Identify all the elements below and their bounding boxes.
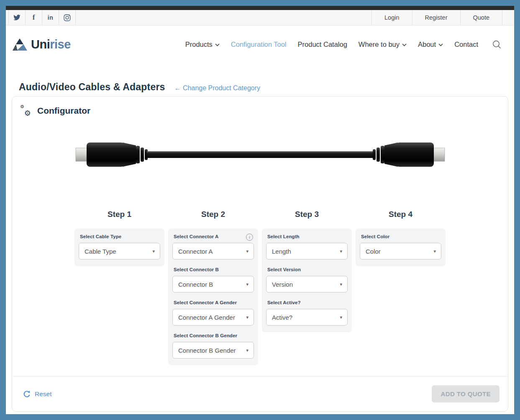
- version-select[interactable]: Version ▾: [266, 276, 348, 293]
- steps-row: Step 1 Select Cable Type Cable Type ▾ St…: [12, 210, 508, 365]
- info-icon[interactable]: i: [246, 234, 253, 241]
- cable-image-wrap: [12, 140, 508, 170]
- auth-links: Login Register Quote: [371, 10, 502, 25]
- reset-button[interactable]: Reset: [20, 389, 54, 399]
- step-1-column: Step 1 Select Cable Type Cable Type ▾: [74, 210, 164, 266]
- change-category-link[interactable]: ← Change Product Category: [174, 84, 260, 92]
- nav-label: Product Catalog: [298, 41, 347, 48]
- linkedin-icon: in: [48, 14, 53, 21]
- step-2-title: Step 2: [168, 210, 258, 219]
- gear-big-glyph: ⚙: [24, 109, 31, 117]
- select-value: Color: [366, 248, 381, 255]
- twitter-link[interactable]: [8, 10, 25, 25]
- nav-label: Contact: [454, 41, 478, 48]
- reset-label: Reset: [35, 390, 52, 398]
- nav-contact[interactable]: Contact: [454, 41, 478, 48]
- page: f in Login Register Quote Unirise: [6, 6, 514, 414]
- connector-a-gender-select[interactable]: Connector A Gender ▾: [172, 309, 254, 326]
- color-select[interactable]: Color ▾: [360, 243, 441, 260]
- add-to-quote-button[interactable]: ADD TO QUOTE: [432, 385, 500, 402]
- select-value: Length: [272, 248, 291, 255]
- main-nav: Products Configuration Tool Product Cata…: [185, 40, 502, 49]
- nav-where-to-buy[interactable]: Where to buy: [359, 41, 407, 48]
- field-label: Select Color: [361, 234, 441, 239]
- step-3-panel: Select Length Length ▾ Select Version Ve…: [262, 229, 352, 332]
- social-bar: f in Login Register Quote: [6, 10, 514, 25]
- select-value: Connector A: [178, 248, 213, 255]
- nav-about[interactable]: About: [418, 41, 443, 48]
- nav-label: Where to buy: [359, 41, 400, 48]
- top-strip: [6, 6, 514, 10]
- linkedin-link[interactable]: in: [42, 10, 59, 25]
- reset-icon: [23, 390, 31, 398]
- nav-product-catalog[interactable]: Product Catalog: [298, 41, 347, 48]
- field-version: Select Version Version ▾: [266, 267, 348, 293]
- step-3-title: Step 3: [262, 210, 352, 219]
- chevron-down-icon: ▾: [340, 282, 342, 287]
- register-link[interactable]: Register: [412, 10, 460, 25]
- site-header: Unirise Products Configuration Tool Prod…: [6, 25, 514, 63]
- chevron-down-icon: ▾: [246, 348, 248, 353]
- field-label: Select Active?: [267, 300, 348, 305]
- hdmi-cable-image: [75, 140, 446, 170]
- gear-small-glyph: ⚙: [20, 104, 24, 109]
- instagram-link[interactable]: [59, 10, 76, 25]
- field-label: Select Length: [267, 234, 348, 239]
- chevron-down-icon: [438, 43, 443, 46]
- select-value: Connector A Gender: [178, 314, 235, 321]
- chevron-down-icon: [215, 43, 220, 46]
- field-connector-a-gender: Select Connector A Gender Connector A Ge…: [172, 300, 254, 326]
- field-connector-a: Select Connector A i Connector A ▾: [172, 234, 254, 260]
- facebook-icon: f: [33, 13, 35, 22]
- chevron-down-icon: ▾: [246, 282, 248, 287]
- field-label: Select Cable Type: [80, 234, 160, 239]
- select-value: Connector B: [178, 281, 213, 288]
- chevron-down-icon: ▾: [433, 249, 436, 254]
- field-label: Select Connector A: [174, 234, 218, 239]
- select-value: Active?: [272, 314, 292, 321]
- logo-rise: rise: [50, 38, 71, 51]
- connector-b-gender-select[interactable]: Connector B Gender ▾: [172, 342, 254, 359]
- label-row: Select Connector A i: [172, 234, 254, 243]
- step-4-column: Step 4 Select Color Color ▾: [356, 210, 446, 266]
- unirise-logo[interactable]: Unirise: [12, 38, 71, 51]
- chevron-down-icon: ▾: [246, 249, 248, 254]
- field-label: Select Connector A Gender: [174, 300, 254, 305]
- quote-link[interactable]: Quote: [460, 10, 503, 25]
- nav-label: About: [418, 41, 436, 48]
- step-4-panel: Select Color Color ▾: [356, 229, 446, 266]
- select-value: Connector B Gender: [178, 347, 236, 354]
- active-select[interactable]: Active? ▾: [266, 309, 348, 326]
- step-2-column: Step 2 Select Connector A i Connector A …: [168, 210, 258, 365]
- nav-configuration-tool[interactable]: Configuration Tool: [231, 41, 287, 48]
- cable-type-select[interactable]: Cable Type ▾: [79, 243, 160, 260]
- field-connector-b: Select Connector B Connector B ▾: [172, 267, 254, 293]
- field-label: Select Version: [267, 267, 348, 272]
- field-label: Select Connector B Gender: [174, 333, 254, 338]
- configurator-header: ⚙ ⚙ Configurator: [12, 97, 508, 116]
- step-1-title: Step 1: [74, 210, 164, 219]
- gears-icon: ⚙ ⚙: [20, 105, 31, 116]
- step-1-panel: Select Cable Type Cable Type ▾: [74, 229, 164, 266]
- configurator-card: ⚙ ⚙ Configurator: [12, 96, 508, 412]
- field-length: Select Length Length ▾: [266, 234, 348, 260]
- step-2-panel: Select Connector A i Connector A ▾ Selec…: [168, 229, 258, 365]
- field-active: Select Active? Active? ▾: [266, 300, 348, 326]
- connector-a-select[interactable]: Connector A ▾: [172, 243, 254, 260]
- length-select[interactable]: Length ▾: [266, 243, 348, 260]
- page-title: Audio/Video Cables & Adapters: [19, 81, 165, 93]
- step-4-title: Step 4: [356, 210, 446, 219]
- select-value: Version: [272, 281, 293, 288]
- chevron-down-icon: ▾: [340, 249, 342, 254]
- nav-label: Configuration Tool: [231, 41, 287, 48]
- search-button[interactable]: [492, 40, 502, 49]
- logo-wordmark: Unirise: [31, 38, 71, 51]
- connector-b-select[interactable]: Connector B ▾: [172, 276, 254, 293]
- chevron-down-icon: ▾: [340, 315, 342, 320]
- select-value: Cable Type: [85, 248, 116, 255]
- configurator-footer: Reset ADD TO QUOTE: [12, 376, 508, 411]
- chevron-down-icon: ▾: [246, 315, 248, 320]
- facebook-link[interactable]: f: [25, 10, 42, 25]
- login-link[interactable]: Login: [371, 10, 412, 25]
- nav-products[interactable]: Products: [185, 41, 220, 48]
